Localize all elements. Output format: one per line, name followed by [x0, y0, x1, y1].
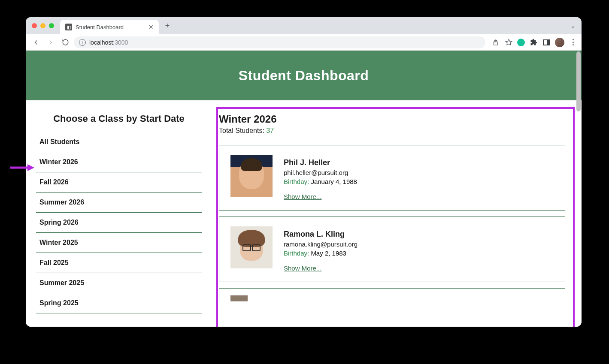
bookmark-star-icon[interactable]	[504, 38, 513, 47]
student-email: phil.heller@pursuit.org	[284, 169, 357, 176]
maximize-window-button[interactable]	[49, 23, 54, 28]
svg-marker-1	[506, 39, 512, 45]
tab-bar: ◧ Student Dashboard ✕ + ⌄	[26, 17, 582, 34]
student-card: Ramona L. Kling ramona.kling@pursuit.org…	[219, 217, 565, 282]
back-button[interactable]	[30, 36, 42, 48]
extensions-icon[interactable]	[529, 38, 538, 47]
show-more-link[interactable]: Show More...	[284, 193, 321, 200]
birthday-value: May 2, 1983	[311, 250, 346, 257]
student-email: ramona.kling@pursuit.org	[284, 241, 358, 248]
total-students-count: 37	[266, 127, 274, 134]
student-photo	[230, 226, 273, 268]
cohort-subtitle: Total Students: 37	[219, 127, 577, 135]
main-panel: Winter 2026 Total Students: 37 Phil J. H…	[219, 113, 577, 313]
class-item-summer-2025[interactable]: Summer 2025	[36, 273, 202, 293]
site-info-icon[interactable]: i	[79, 39, 86, 46]
new-tab-button[interactable]: +	[161, 20, 173, 32]
student-info: Ramona L. Kling ramona.kling@pursuit.org…	[284, 226, 358, 272]
class-item-summer-2026[interactable]: Summer 2026	[36, 193, 202, 213]
student-info: Phil J. Heller phil.heller@pursuit.org B…	[284, 155, 357, 201]
total-students-label: Total Students:	[219, 127, 266, 134]
viewport: Student Dashboard Choose a Class by Star…	[26, 51, 582, 327]
svg-rect-0	[494, 42, 497, 45]
sidebar: Choose a Class by Start Date All Student…	[34, 113, 202, 313]
class-item-spring-2026[interactable]: Spring 2026	[36, 213, 202, 233]
tab-overflow-button[interactable]: ⌄	[570, 22, 576, 29]
student-list: Phil J. Heller phil.heller@pursuit.org B…	[219, 145, 577, 301]
page-header: Student Dashboard	[26, 51, 582, 100]
close-window-button[interactable]	[32, 23, 37, 28]
url-input[interactable]: i localhost:3000	[74, 36, 485, 48]
tab-title: Student Dashboard	[76, 24, 124, 30]
cohort-header: Winter 2026 Total Students: 37	[219, 113, 577, 135]
profile-avatar[interactable]	[555, 38, 564, 47]
favicon-icon: ◧	[65, 24, 72, 30]
birthday-value: January 4, 1988	[311, 178, 357, 185]
class-item-spring-2025[interactable]: Spring 2025	[36, 293, 202, 313]
show-more-link[interactable]: Show More...	[284, 265, 321, 272]
class-item-winter-2025[interactable]: Winter 2025	[36, 233, 202, 253]
browser-window: ◧ Student Dashboard ✕ + ⌄ i localhost:30…	[26, 17, 582, 327]
reload-button[interactable]	[59, 36, 71, 48]
student-birthday: Birthday: May 2, 1983	[284, 250, 358, 257]
side-panel-icon[interactable]	[542, 38, 551, 47]
class-item-all-students[interactable]: All Students	[36, 132, 202, 152]
class-item-winter-2026[interactable]: Winter 2026	[36, 152, 202, 172]
page-content: Student Dashboard Choose a Class by Star…	[26, 51, 582, 327]
class-list: All Students Winter 2026 Fall 2026 Summe…	[36, 132, 202, 313]
page-body: Choose a Class by Start Date All Student…	[26, 100, 582, 313]
student-photo	[230, 155, 273, 197]
browser-menu-button[interactable]	[569, 38, 577, 47]
student-name: Phil J. Heller	[284, 158, 357, 167]
minimize-window-button[interactable]	[40, 23, 45, 28]
birthday-label: Birthday:	[284, 178, 309, 185]
toolbar-right	[491, 38, 577, 47]
url-text: localhost:3000	[89, 39, 128, 46]
class-item-fall-2025[interactable]: Fall 2025	[36, 253, 202, 273]
scrollbar-thumb[interactable]	[576, 51, 581, 111]
student-card: Phil J. Heller phil.heller@pursuit.org B…	[219, 145, 565, 211]
browser-tab[interactable]: ◧ Student Dashboard ✕	[60, 20, 159, 34]
share-icon[interactable]	[491, 38, 500, 47]
student-name: Ramona L. Kling	[284, 230, 358, 239]
birthday-label: Birthday:	[284, 250, 309, 257]
class-item-fall-2026[interactable]: Fall 2026	[36, 172, 202, 193]
close-tab-button[interactable]: ✕	[148, 24, 154, 30]
sidebar-heading: Choose a Class by Start Date	[36, 113, 202, 124]
forward-button[interactable]	[45, 36, 57, 48]
window-controls	[32, 23, 54, 28]
student-card-partial	[219, 288, 565, 301]
student-photo	[230, 295, 248, 301]
cohort-title: Winter 2026	[219, 113, 577, 125]
grammarly-extension-icon[interactable]	[517, 39, 525, 46]
page-title: Student Dashboard	[239, 68, 369, 84]
student-birthday: Birthday: January 4, 1988	[284, 178, 357, 185]
address-bar: i localhost:3000	[26, 34, 582, 51]
